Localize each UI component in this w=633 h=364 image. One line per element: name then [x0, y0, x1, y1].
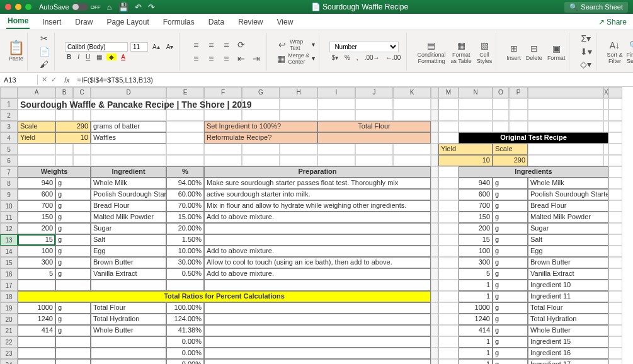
insert-cells-icon[interactable]: ⊞: [508, 42, 520, 55]
cell[interactable]: g: [493, 291, 528, 302]
cell[interactable]: 100: [18, 246, 55, 257]
tab-data[interactable]: Data: [207, 16, 225, 28]
fx-icon[interactable]: fx: [60, 76, 74, 84]
cell[interactable]: [91, 359, 166, 364]
conditional-formatting-icon[interactable]: ▤: [425, 39, 438, 52]
cell[interactable]: [603, 110, 608, 121]
cell[interactable]: [73, 155, 91, 166]
autosum-icon[interactable]: Σ▾: [579, 33, 592, 45]
cell[interactable]: 700: [459, 200, 493, 212]
column-header[interactable]: P: [509, 87, 528, 98]
cell[interactable]: 0.00%: [166, 359, 204, 364]
cell[interactable]: 414: [18, 325, 55, 336]
cell[interactable]: [608, 291, 622, 302]
cell[interactable]: [55, 280, 91, 291]
cell[interactable]: [55, 336, 91, 348]
cell[interactable]: Set Ingredient to 100%?: [204, 121, 317, 132]
cell[interactable]: [355, 144, 393, 155]
cell[interactable]: g: [55, 325, 91, 336]
cell[interactable]: [438, 110, 459, 121]
cell[interactable]: g: [493, 189, 528, 200]
cell[interactable]: Total Hydration: [91, 314, 166, 325]
cell[interactable]: Vanilla Extract: [91, 268, 166, 280]
column-header[interactable]: X: [603, 87, 608, 98]
column-header[interactable]: F: [204, 87, 242, 98]
cell[interactable]: 0.00%: [166, 336, 204, 348]
cell[interactable]: 1.50%: [166, 234, 204, 246]
cell[interactable]: Whole Milk: [91, 178, 166, 189]
format-cells-icon[interactable]: ▣: [550, 42, 562, 55]
cell[interactable]: [438, 234, 459, 246]
cell[interactable]: active sourdough starter into milk.: [204, 189, 431, 200]
cell[interactable]: [431, 212, 438, 223]
cell[interactable]: [55, 359, 91, 364]
row-header[interactable]: 4: [0, 132, 18, 144]
cell[interactable]: Salt: [91, 234, 166, 246]
cell[interactable]: [438, 280, 459, 291]
chevron-down-icon[interactable]: ▾: [312, 41, 315, 48]
cell[interactable]: [55, 348, 91, 359]
cell[interactable]: 700: [18, 200, 55, 212]
cell[interactable]: 600: [459, 189, 493, 200]
cell[interactable]: [431, 155, 438, 166]
cell[interactable]: [608, 87, 622, 98]
cell[interactable]: [204, 348, 431, 359]
cell[interactable]: [73, 110, 91, 121]
font-select[interactable]: [65, 42, 128, 52]
cell[interactable]: [91, 348, 166, 359]
cell[interactable]: g: [493, 223, 528, 234]
format-as-table-icon[interactable]: ▦: [455, 39, 467, 52]
cell[interactable]: g: [493, 200, 528, 212]
cell[interactable]: 1: [459, 280, 493, 291]
merge-icon[interactable]: ▦: [277, 52, 285, 65]
cell[interactable]: [393, 144, 431, 155]
maximize-icon[interactable]: [25, 4, 31, 10]
cell[interactable]: [204, 325, 431, 336]
cell[interactable]: g: [55, 178, 91, 189]
cell[interactable]: 20.00%: [166, 223, 204, 234]
save-icon[interactable]: 💾: [118, 3, 128, 12]
quick-access[interactable]: ⌂ 💾 ↶ ↷: [107, 3, 155, 12]
cell[interactable]: Ingredient 15: [528, 336, 608, 348]
cell[interactable]: g: [55, 268, 91, 280]
cell[interactable]: [204, 302, 431, 314]
cell[interactable]: 15.00%: [166, 212, 204, 223]
row-header[interactable]: 3: [0, 121, 18, 132]
cell[interactable]: [242, 144, 280, 155]
font-size[interactable]: [130, 42, 148, 52]
row-header[interactable]: 13: [0, 234, 18, 246]
cell[interactable]: [493, 121, 509, 132]
cell[interactable]: 30.00%: [166, 257, 204, 268]
cell[interactable]: [355, 98, 393, 110]
cell[interactable]: 100.00%: [166, 302, 204, 314]
cell[interactable]: 300: [18, 257, 55, 268]
cell[interactable]: Scale: [18, 121, 55, 132]
cell[interactable]: [438, 348, 459, 359]
align-right-icon[interactable]: ≡: [220, 52, 232, 65]
cell[interactable]: [166, 121, 204, 132]
cell[interactable]: Ingredient: [91, 166, 166, 178]
cell[interactable]: 600: [18, 189, 55, 200]
row-header[interactable]: 8: [0, 178, 18, 189]
cell[interactable]: [459, 121, 493, 132]
cell[interactable]: Egg: [528, 246, 608, 257]
cell[interactable]: Bread Flour: [91, 200, 166, 212]
row-header[interactable]: 7: [0, 166, 18, 178]
cell[interactable]: [438, 132, 459, 144]
cell[interactable]: [528, 155, 603, 166]
cell[interactable]: [317, 144, 355, 155]
cell[interactable]: Ingredients: [459, 166, 608, 178]
formula-input[interactable]: =IF($I$4=$T$5,L13,B13): [74, 75, 633, 85]
column-header[interactable]: C: [73, 87, 91, 98]
cell[interactable]: [166, 144, 204, 155]
cell[interactable]: [509, 110, 528, 121]
window-controls[interactable]: [5, 4, 31, 10]
cell[interactable]: g: [493, 359, 528, 364]
cell[interactable]: Mix in flour and allow to hydrate while …: [204, 200, 431, 212]
cell[interactable]: [438, 268, 459, 280]
column-header[interactable]: B: [55, 87, 73, 98]
cell[interactable]: [317, 110, 355, 121]
cell[interactable]: Ingredient 17: [528, 359, 608, 364]
autosave-toggle[interactable]: AutoSave OFF: [39, 3, 101, 11]
cell[interactable]: [204, 223, 431, 234]
